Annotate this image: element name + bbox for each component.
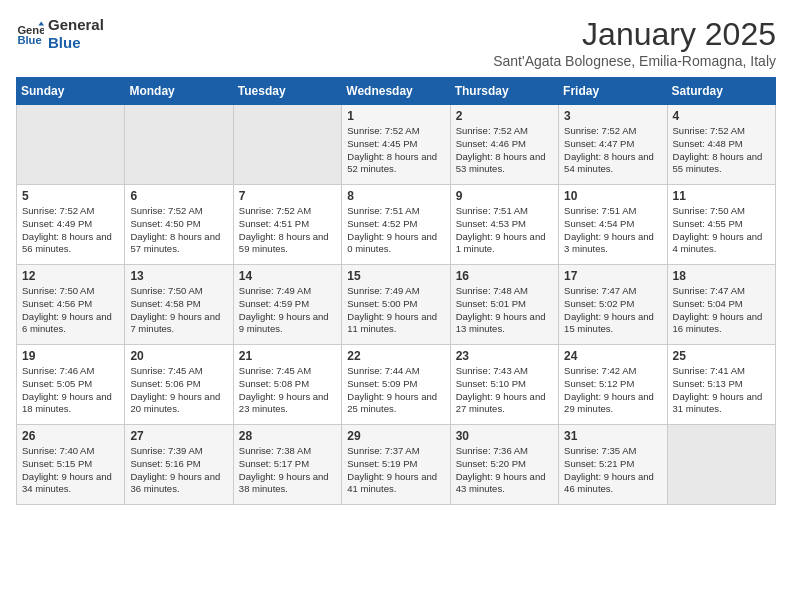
day-number: 3 [564, 109, 661, 123]
table-row: 15Sunrise: 7:49 AM Sunset: 5:00 PM Dayli… [342, 265, 450, 345]
table-row: 29Sunrise: 7:37 AM Sunset: 5:19 PM Dayli… [342, 425, 450, 505]
table-row: 7Sunrise: 7:52 AM Sunset: 4:51 PM Daylig… [233, 185, 341, 265]
table-row: 27Sunrise: 7:39 AM Sunset: 5:16 PM Dayli… [125, 425, 233, 505]
day-number: 11 [673, 189, 770, 203]
header-tuesday: Tuesday [233, 78, 341, 105]
day-info: Sunrise: 7:41 AM Sunset: 5:13 PM Dayligh… [673, 365, 770, 416]
day-number: 13 [130, 269, 227, 283]
calendar-body: 1Sunrise: 7:52 AM Sunset: 4:45 PM Daylig… [17, 105, 776, 505]
table-row: 23Sunrise: 7:43 AM Sunset: 5:10 PM Dayli… [450, 345, 558, 425]
day-number: 16 [456, 269, 553, 283]
day-info: Sunrise: 7:50 AM Sunset: 4:56 PM Dayligh… [22, 285, 119, 336]
day-info: Sunrise: 7:52 AM Sunset: 4:47 PM Dayligh… [564, 125, 661, 176]
table-row: 26Sunrise: 7:40 AM Sunset: 5:15 PM Dayli… [17, 425, 125, 505]
day-info: Sunrise: 7:47 AM Sunset: 5:04 PM Dayligh… [673, 285, 770, 336]
table-row: 14Sunrise: 7:49 AM Sunset: 4:59 PM Dayli… [233, 265, 341, 345]
day-info: Sunrise: 7:37 AM Sunset: 5:19 PM Dayligh… [347, 445, 444, 496]
day-info: Sunrise: 7:44 AM Sunset: 5:09 PM Dayligh… [347, 365, 444, 416]
day-number: 14 [239, 269, 336, 283]
table-row [17, 105, 125, 185]
day-number: 1 [347, 109, 444, 123]
day-info: Sunrise: 7:50 AM Sunset: 4:58 PM Dayligh… [130, 285, 227, 336]
day-number: 10 [564, 189, 661, 203]
day-number: 4 [673, 109, 770, 123]
day-info: Sunrise: 7:46 AM Sunset: 5:05 PM Dayligh… [22, 365, 119, 416]
header-monday: Monday [125, 78, 233, 105]
table-row: 22Sunrise: 7:44 AM Sunset: 5:09 PM Dayli… [342, 345, 450, 425]
logo-general: General [48, 16, 104, 34]
day-number: 7 [239, 189, 336, 203]
day-number: 2 [456, 109, 553, 123]
day-number: 25 [673, 349, 770, 363]
table-row: 17Sunrise: 7:47 AM Sunset: 5:02 PM Dayli… [559, 265, 667, 345]
day-number: 17 [564, 269, 661, 283]
table-row: 5Sunrise: 7:52 AM Sunset: 4:49 PM Daylig… [17, 185, 125, 265]
day-number: 21 [239, 349, 336, 363]
header: General Blue General Blue January 2025 S… [16, 16, 776, 69]
header-friday: Friday [559, 78, 667, 105]
day-info: Sunrise: 7:35 AM Sunset: 5:21 PM Dayligh… [564, 445, 661, 496]
day-info: Sunrise: 7:52 AM Sunset: 4:50 PM Dayligh… [130, 205, 227, 256]
header-sunday: Sunday [17, 78, 125, 105]
day-info: Sunrise: 7:43 AM Sunset: 5:10 PM Dayligh… [456, 365, 553, 416]
table-row: 2Sunrise: 7:52 AM Sunset: 4:46 PM Daylig… [450, 105, 558, 185]
day-info: Sunrise: 7:51 AM Sunset: 4:54 PM Dayligh… [564, 205, 661, 256]
day-info: Sunrise: 7:45 AM Sunset: 5:06 PM Dayligh… [130, 365, 227, 416]
day-info: Sunrise: 7:52 AM Sunset: 4:49 PM Dayligh… [22, 205, 119, 256]
table-row: 19Sunrise: 7:46 AM Sunset: 5:05 PM Dayli… [17, 345, 125, 425]
day-number: 20 [130, 349, 227, 363]
table-row [125, 105, 233, 185]
table-row: 1Sunrise: 7:52 AM Sunset: 4:45 PM Daylig… [342, 105, 450, 185]
day-number: 12 [22, 269, 119, 283]
day-number: 29 [347, 429, 444, 443]
day-info: Sunrise: 7:52 AM Sunset: 4:48 PM Dayligh… [673, 125, 770, 176]
day-number: 15 [347, 269, 444, 283]
day-number: 24 [564, 349, 661, 363]
day-number: 27 [130, 429, 227, 443]
day-info: Sunrise: 7:51 AM Sunset: 4:52 PM Dayligh… [347, 205, 444, 256]
table-row: 6Sunrise: 7:52 AM Sunset: 4:50 PM Daylig… [125, 185, 233, 265]
logo: General Blue General Blue [16, 16, 104, 52]
table-row: 20Sunrise: 7:45 AM Sunset: 5:06 PM Dayli… [125, 345, 233, 425]
logo-icon: General Blue [16, 20, 44, 48]
header-wednesday: Wednesday [342, 78, 450, 105]
calendar-header: Sunday Monday Tuesday Wednesday Thursday… [17, 78, 776, 105]
day-number: 31 [564, 429, 661, 443]
day-info: Sunrise: 7:38 AM Sunset: 5:17 PM Dayligh… [239, 445, 336, 496]
table-row: 21Sunrise: 7:45 AM Sunset: 5:08 PM Dayli… [233, 345, 341, 425]
table-row: 10Sunrise: 7:51 AM Sunset: 4:54 PM Dayli… [559, 185, 667, 265]
day-number: 8 [347, 189, 444, 203]
title-area: January 2025 Sant'Agata Bolognese, Emili… [493, 16, 776, 69]
day-info: Sunrise: 7:50 AM Sunset: 4:55 PM Dayligh… [673, 205, 770, 256]
day-info: Sunrise: 7:45 AM Sunset: 5:08 PM Dayligh… [239, 365, 336, 416]
day-info: Sunrise: 7:40 AM Sunset: 5:15 PM Dayligh… [22, 445, 119, 496]
day-info: Sunrise: 7:52 AM Sunset: 4:46 PM Dayligh… [456, 125, 553, 176]
location-title: Sant'Agata Bolognese, Emilia-Romagna, It… [493, 53, 776, 69]
day-info: Sunrise: 7:52 AM Sunset: 4:51 PM Dayligh… [239, 205, 336, 256]
month-title: January 2025 [493, 16, 776, 53]
day-number: 26 [22, 429, 119, 443]
table-row: 8Sunrise: 7:51 AM Sunset: 4:52 PM Daylig… [342, 185, 450, 265]
table-row: 30Sunrise: 7:36 AM Sunset: 5:20 PM Dayli… [450, 425, 558, 505]
day-info: Sunrise: 7:49 AM Sunset: 4:59 PM Dayligh… [239, 285, 336, 336]
table-row: 31Sunrise: 7:35 AM Sunset: 5:21 PM Dayli… [559, 425, 667, 505]
calendar-table: Sunday Monday Tuesday Wednesday Thursday… [16, 77, 776, 505]
day-number: 19 [22, 349, 119, 363]
header-thursday: Thursday [450, 78, 558, 105]
table-row: 3Sunrise: 7:52 AM Sunset: 4:47 PM Daylig… [559, 105, 667, 185]
day-info: Sunrise: 7:42 AM Sunset: 5:12 PM Dayligh… [564, 365, 661, 416]
day-number: 5 [22, 189, 119, 203]
day-number: 23 [456, 349, 553, 363]
day-number: 28 [239, 429, 336, 443]
table-row: 11Sunrise: 7:50 AM Sunset: 4:55 PM Dayli… [667, 185, 775, 265]
table-row: 16Sunrise: 7:48 AM Sunset: 5:01 PM Dayli… [450, 265, 558, 345]
table-row: 28Sunrise: 7:38 AM Sunset: 5:17 PM Dayli… [233, 425, 341, 505]
svg-text:Blue: Blue [17, 34, 41, 46]
day-info: Sunrise: 7:47 AM Sunset: 5:02 PM Dayligh… [564, 285, 661, 336]
table-row: 4Sunrise: 7:52 AM Sunset: 4:48 PM Daylig… [667, 105, 775, 185]
table-row: 13Sunrise: 7:50 AM Sunset: 4:58 PM Dayli… [125, 265, 233, 345]
day-info: Sunrise: 7:36 AM Sunset: 5:20 PM Dayligh… [456, 445, 553, 496]
table-row: 24Sunrise: 7:42 AM Sunset: 5:12 PM Dayli… [559, 345, 667, 425]
day-info: Sunrise: 7:39 AM Sunset: 5:16 PM Dayligh… [130, 445, 227, 496]
table-row: 18Sunrise: 7:47 AM Sunset: 5:04 PM Dayli… [667, 265, 775, 345]
